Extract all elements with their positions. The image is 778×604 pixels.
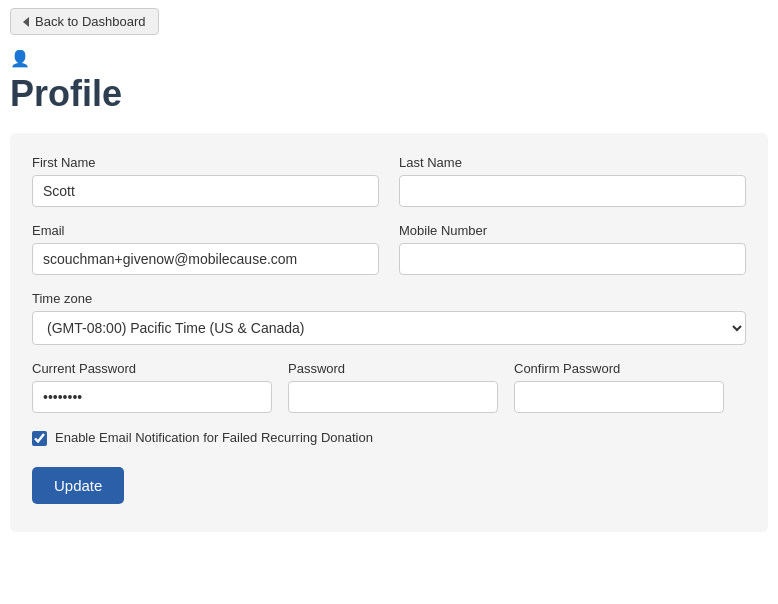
password-row: Current Password Password Confirm Passwo… bbox=[32, 361, 746, 413]
person-icon: 👤 bbox=[10, 49, 768, 68]
contact-row: Email Mobile Number bbox=[32, 223, 746, 275]
email-notification-label[interactable]: Enable Email Notification for Failed Rec… bbox=[55, 429, 373, 447]
timezone-row: Time zone (GMT-12:00) International Date… bbox=[32, 291, 746, 345]
confirm-password-group: Confirm Password bbox=[514, 361, 724, 413]
last-name-group: Last Name bbox=[399, 155, 746, 207]
chevron-left-icon bbox=[23, 17, 29, 27]
back-to-dashboard-button[interactable]: Back to Dashboard bbox=[10, 8, 159, 35]
email-input[interactable] bbox=[32, 243, 379, 275]
first-name-label: First Name bbox=[32, 155, 379, 170]
password-label: Password bbox=[288, 361, 498, 376]
email-label: Email bbox=[32, 223, 379, 238]
mobile-label: Mobile Number bbox=[399, 223, 746, 238]
mobile-group: Mobile Number bbox=[399, 223, 746, 275]
name-row: First Name Last Name bbox=[32, 155, 746, 207]
new-password-group: Password bbox=[288, 361, 498, 413]
email-group: Email bbox=[32, 223, 379, 275]
current-password-label: Current Password bbox=[32, 361, 272, 376]
page-title: Profile bbox=[10, 72, 768, 115]
first-name-input[interactable] bbox=[32, 175, 379, 207]
page-header: 👤 Profile bbox=[0, 43, 778, 125]
checkbox-row: Enable Email Notification for Failed Rec… bbox=[32, 429, 746, 447]
update-button[interactable]: Update bbox=[32, 467, 124, 504]
last-name-label: Last Name bbox=[399, 155, 746, 170]
timezone-group: Time zone (GMT-12:00) International Date… bbox=[32, 291, 746, 345]
current-password-group: Current Password bbox=[32, 361, 272, 413]
profile-form-card: First Name Last Name Email Mobile Number… bbox=[10, 133, 768, 532]
back-label: Back to Dashboard bbox=[35, 14, 146, 29]
confirm-password-label: Confirm Password bbox=[514, 361, 724, 376]
timezone-label: Time zone bbox=[32, 291, 746, 306]
confirm-password-input[interactable] bbox=[514, 381, 724, 413]
first-name-group: First Name bbox=[32, 155, 379, 207]
current-password-input[interactable] bbox=[32, 381, 272, 413]
last-name-input[interactable] bbox=[399, 175, 746, 207]
timezone-select[interactable]: (GMT-12:00) International Date Line West… bbox=[32, 311, 746, 345]
email-notification-checkbox[interactable] bbox=[32, 431, 47, 446]
new-password-input[interactable] bbox=[288, 381, 498, 413]
mobile-input[interactable] bbox=[399, 243, 746, 275]
